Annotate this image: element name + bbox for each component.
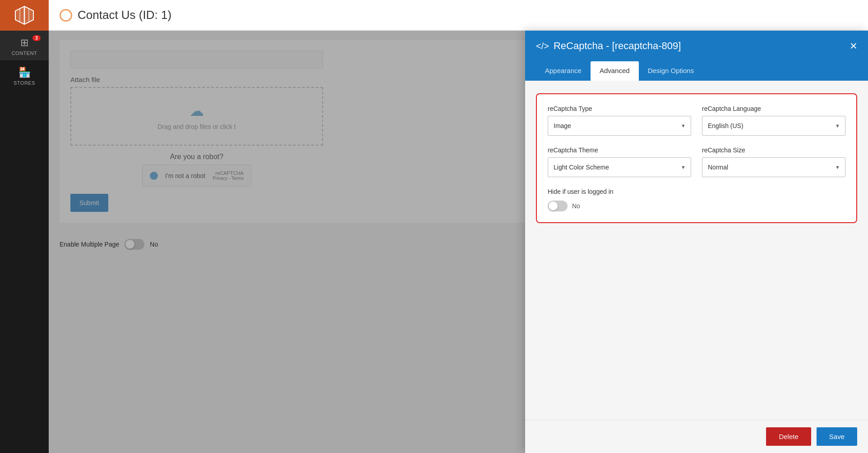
- recaptcha-language-select[interactable]: English (US) French German Spanish: [702, 116, 845, 136]
- sidebar-item-label: CONTENT: [12, 50, 37, 56]
- hide-logged-in-value: No: [572, 202, 580, 210]
- page-header: Contact Us (ID: 1): [49, 0, 868, 31]
- tab-advanced[interactable]: Advanced: [591, 61, 639, 81]
- recaptcha-size-label: reCaptcha Size: [702, 146, 845, 154]
- modal-body: reCaptcha Type Image Audio reCaptcha Lan…: [525, 81, 868, 420]
- recaptcha-type-label: reCaptcha Type: [548, 105, 691, 112]
- modal-header: </> ReCaptcha - [recaptcha-809] ×: [525, 31, 868, 61]
- form-row-2: reCaptcha Theme Light Color Scheme Dark …: [548, 146, 845, 177]
- recaptcha-language-group: reCaptcha Language English (US) French G…: [702, 105, 845, 136]
- modal-close-button[interactable]: ×: [850, 40, 857, 52]
- save-button[interactable]: Save: [817, 427, 857, 446]
- tab-appearance[interactable]: Appearance: [536, 61, 591, 81]
- page-body: Attach file ☁ Drag and drop files or cli…: [49, 31, 868, 453]
- modal-panel: </> ReCaptcha - [recaptcha-809] × Appear…: [525, 31, 868, 453]
- recaptcha-type-group: reCaptcha Type Image Audio: [548, 105, 691, 136]
- page-title: Contact Us (ID: 1): [78, 8, 171, 22]
- hide-logged-in-toggle[interactable]: [548, 201, 568, 211]
- code-icon: </>: [536, 41, 549, 51]
- recaptcha-size-select[interactable]: Normal Compact Invisible: [702, 157, 845, 177]
- recaptcha-type-select[interactable]: Image Audio: [548, 116, 691, 136]
- hide-logged-in-toggle-row: No: [548, 201, 845, 211]
- modal-footer: Delete Save: [525, 420, 868, 453]
- notification-badge: 3: [32, 35, 41, 41]
- recaptcha-type-select-wrapper: Image Audio: [548, 116, 691, 136]
- main-area: Contact Us (ID: 1) Attach file ☁ Drag an…: [49, 0, 868, 453]
- tab-design-options[interactable]: Design Options: [639, 61, 703, 81]
- modal-title-text: ReCaptcha - [recaptcha-809]: [554, 40, 681, 52]
- recaptcha-theme-group: reCaptcha Theme Light Color Scheme Dark …: [548, 146, 691, 177]
- highlight-section: reCaptcha Type Image Audio reCaptcha Lan…: [536, 93, 857, 223]
- recaptcha-theme-label: reCaptcha Theme: [548, 146, 691, 154]
- sidebar: ⊞ CONTENT 3 🏪 STORES: [0, 0, 49, 453]
- content-icon: ⊞: [20, 37, 28, 49]
- hide-logged-in-row: Hide if user is logged in No: [548, 188, 845, 211]
- page-title-icon: [60, 9, 72, 22]
- magento-logo: [0, 0, 49, 31]
- sidebar-item-content[interactable]: ⊞ CONTENT 3: [0, 31, 49, 60]
- delete-button[interactable]: Delete: [766, 427, 811, 446]
- recaptcha-theme-select-wrapper: Light Color Scheme Dark Color Scheme: [548, 157, 691, 177]
- sidebar-item-stores[interactable]: 🏪 STORES: [0, 60, 49, 90]
- recaptcha-language-label: reCaptcha Language: [702, 105, 845, 112]
- recaptcha-size-group: reCaptcha Size Normal Compact Invisible: [702, 146, 845, 177]
- modal-tabs: Appearance Advanced Design Options: [525, 61, 868, 81]
- stores-icon: 🏪: [18, 67, 31, 78]
- sidebar-item-label: STORES: [14, 80, 35, 86]
- recaptcha-theme-select[interactable]: Light Color Scheme Dark Color Scheme: [548, 157, 691, 177]
- modal-title-container: </> ReCaptcha - [recaptcha-809]: [536, 40, 681, 52]
- hide-logged-in-label: Hide if user is logged in: [548, 188, 845, 195]
- recaptcha-language-select-wrapper: English (US) French German Spanish: [702, 116, 845, 136]
- recaptcha-size-select-wrapper: Normal Compact Invisible: [702, 157, 845, 177]
- form-row-1: reCaptcha Type Image Audio reCaptcha Lan…: [548, 105, 845, 136]
